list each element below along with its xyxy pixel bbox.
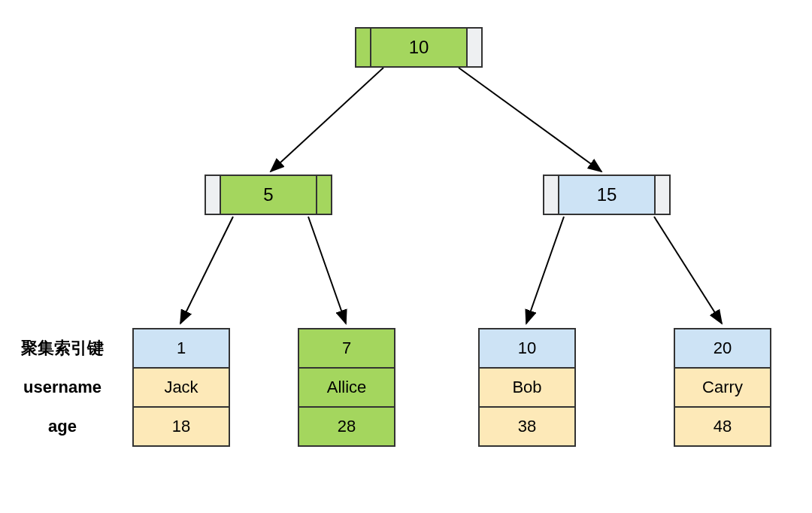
- leaf-node-2: 7 Allice 28: [298, 328, 395, 447]
- node15-right-pad: [654, 175, 671, 215]
- row-labels: 聚集索引键 username age: [14, 328, 111, 447]
- node15-left-pad: [543, 175, 559, 215]
- node15-value: 15: [558, 175, 656, 215]
- label-username: username: [23, 367, 102, 408]
- root-value: 10: [370, 27, 468, 68]
- svg-line-5: [526, 217, 564, 323]
- leaf3-username: Bob: [478, 367, 576, 408]
- label-age: age: [48, 406, 77, 447]
- internal-node-left: 5: [205, 175, 332, 215]
- root-right-pad: [466, 27, 483, 68]
- leaf1-username: Jack: [132, 367, 230, 408]
- root-node: 10: [355, 27, 483, 68]
- leaf-node-1: 1 Jack 18: [132, 328, 230, 447]
- leaf1-key: 1: [132, 328, 230, 369]
- svg-line-3: [180, 217, 233, 323]
- node5-left-pad: [205, 175, 221, 215]
- label-clustered-index-key: 聚集索引键: [21, 328, 104, 369]
- svg-line-6: [654, 217, 722, 323]
- svg-line-2: [459, 68, 601, 172]
- leaf4-key: 20: [674, 328, 771, 369]
- root-left-pad: [355, 27, 371, 68]
- svg-line-1: [271, 68, 383, 172]
- svg-line-4: [308, 217, 346, 323]
- leaf4-username: Carry: [674, 367, 771, 408]
- node5-value: 5: [220, 175, 317, 215]
- leaf1-age: 18: [132, 406, 230, 447]
- node5-right-pad: [316, 175, 332, 215]
- leaf-node-4: 20 Carry 48: [674, 328, 771, 447]
- leaf2-age: 28: [298, 406, 395, 447]
- leaf-node-3: 10 Bob 38: [478, 328, 576, 447]
- leaf3-age: 38: [478, 406, 576, 447]
- leaf2-key: 7: [298, 328, 395, 369]
- leaf3-key: 10: [478, 328, 576, 369]
- internal-node-right: 15: [543, 175, 671, 215]
- leaf4-age: 48: [674, 406, 771, 447]
- leaf2-username: Allice: [298, 367, 395, 408]
